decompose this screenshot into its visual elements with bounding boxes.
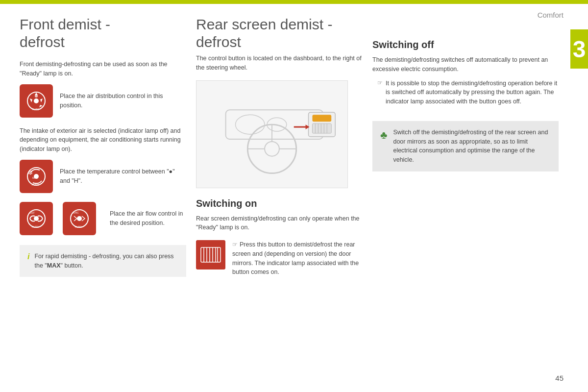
- finger-point-text: Press this button to demist/defrost the …: [232, 240, 363, 277]
- right-column: Switching off The demisting/defrosting s…: [372, 10, 559, 172]
- info-box: i For rapid demisting - defrosting, you …: [20, 245, 186, 277]
- icon1-text: Place the air distribution control in th…: [60, 92, 186, 110]
- svg-rect-34: [196, 240, 225, 270]
- mid-title: Rear screen demist - defrost: [196, 16, 363, 51]
- bullet-text: It is possible to stop the demisting/def…: [386, 79, 559, 106]
- switching-off-bullet: ☞ It is possible to stop the demisting/d…: [372, 79, 559, 106]
- mid-subtitle: The control button is located on the das…: [196, 54, 363, 73]
- switching-on-section: Switching on Rear screen demisting/defro…: [196, 198, 363, 285]
- middle-column: Rear screen demist - defrost The control…: [196, 10, 363, 285]
- svg-text:AUTO: AUTO: [75, 225, 82, 228]
- air-flow-icon-1: AUTO DEF: [20, 202, 53, 235]
- icon2-text: Place the temperature control between "●…: [60, 167, 186, 186]
- button-instruction: Press this button to demist/defrost the …: [196, 240, 363, 285]
- demist-button-icon: [196, 240, 225, 270]
- car-illustration: [196, 80, 348, 188]
- left-title: Front demist -defrost: [20, 16, 186, 51]
- svg-text:AUTO: AUTO: [32, 225, 39, 228]
- leaf-icon: ♣: [380, 129, 387, 142]
- green-tip-box: ♣ Switch off the demisting/defrosting of…: [372, 121, 559, 172]
- air-flow-icon-2: AUTO A/RC: [63, 202, 96, 235]
- green-tip-text: Switch off the demisting/defrosting of t…: [393, 128, 551, 165]
- double-icons: AUTO DEF AUTO A/RC: [20, 202, 103, 235]
- info-icon: i: [27, 252, 29, 261]
- left-intro: Front demisting-defrosting can be used a…: [20, 60, 186, 78]
- button-instruction-text: Press this button to demist/defrost the …: [232, 240, 363, 285]
- svg-point-14: [77, 216, 82, 221]
- switching-off-heading: Switching off: [372, 39, 559, 50]
- svg-text:MAX: MAX: [32, 176, 38, 179]
- switching-on-heading: Switching on: [196, 198, 363, 209]
- icon-row-2: MAX PUSH ❄ Place the temperature control…: [20, 160, 186, 193]
- info-text: For rapid demisting - defrosting, you ca…: [34, 252, 178, 270]
- air-distribution-icon: AUTO: [20, 84, 53, 118]
- switching-off-section: Switching off The demisting/defrosting s…: [372, 39, 559, 106]
- svg-text:AUTO: AUTO: [32, 108, 39, 111]
- left-column: Front demist -defrost Front demisting-de…: [20, 10, 186, 277]
- switching-on-description: Rear screen demisting/defrosting can onl…: [196, 214, 363, 233]
- top-bar: [0, 0, 588, 4]
- svg-text:PUSH: PUSH: [32, 183, 39, 186]
- bullet-arrow: ☞: [377, 79, 383, 86]
- icon-row-1: AUTO Place the air distribution control …: [20, 84, 186, 118]
- icon-row-3: AUTO DEF AUTO A/RC Place the air flow co…: [20, 202, 186, 235]
- icon3-text: Place the air flow control in the desire…: [110, 209, 186, 228]
- temperature-control-icon: MAX PUSH ❄: [20, 160, 53, 193]
- svg-rect-25: [312, 115, 331, 122]
- svg-text:A/RC: A/RC: [73, 211, 79, 214]
- switching-off-description: The demisting/defrosting switches off au…: [372, 55, 559, 74]
- svg-point-10: [34, 216, 39, 221]
- page-number: 45: [555, 374, 564, 382]
- left-mid-text: The intake of exterior air is selected (…: [20, 126, 186, 154]
- svg-text:❄: ❄: [28, 170, 33, 176]
- svg-text:DEF: DEF: [30, 211, 35, 214]
- svg-point-2: [35, 95, 38, 98]
- section-number: 3: [570, 29, 588, 69]
